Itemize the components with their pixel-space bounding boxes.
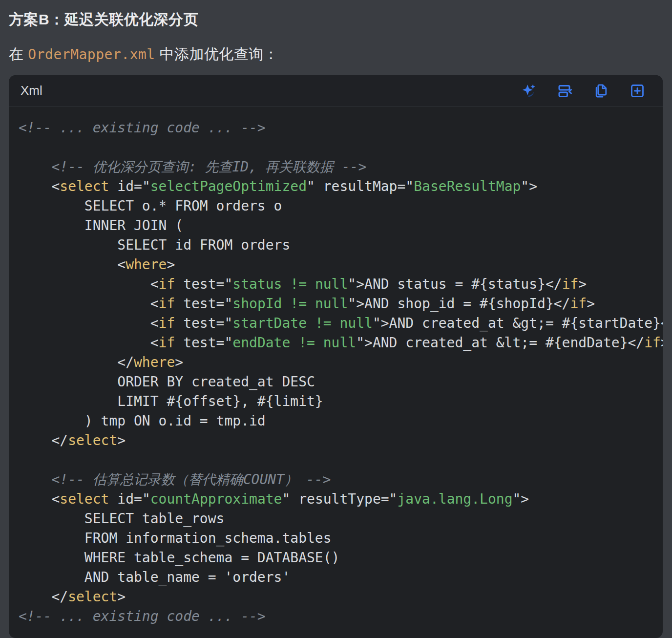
code-line: <if test="status != null">AND status = #… (19, 275, 663, 294)
code-line: ORDER BY created_at DESC (19, 372, 663, 392)
copy-code-icon (593, 83, 609, 99)
code-line: SELECT table_rows (19, 509, 663, 529)
code-line: <!-- ... existing code ... --> (19, 118, 663, 138)
plus-square-icon (630, 83, 645, 99)
code-line: SELECT id FROM orders (19, 235, 663, 255)
code-toolbar (521, 83, 645, 99)
code-line: </select> (19, 431, 663, 450)
add-to-file-button[interactable] (630, 83, 645, 99)
code-line: <!-- 估算总记录数（替代精确COUNT） --> (19, 470, 663, 489)
inline-code-filename: OrderMapper.xml (28, 46, 155, 63)
collapse-code-button[interactable] (557, 83, 573, 99)
code-line: <select id="selectPageOptimized" resultM… (19, 177, 663, 196)
copy-code-button[interactable] (593, 83, 609, 99)
code-content[interactable]: <!-- ... existing code ... --> <!-- 优化深分… (9, 106, 663, 638)
code-line: <where> (19, 255, 663, 275)
code-line: <select id="countApproximate" resultType… (19, 489, 663, 509)
code-line (19, 138, 663, 157)
code-line: <if test="shopId != null">AND shop_id = … (19, 294, 663, 314)
code-line: </where> (19, 353, 663, 372)
code-line: INNER JOIN ( (19, 216, 663, 235)
code-line (19, 450, 663, 470)
intro-text: 在 OrderMapper.xml 中添加优化查询： (9, 44, 663, 64)
section-title: 方案B：延迟关联优化深分页 (9, 10, 663, 30)
code-line: WHERE table_schema = DATABASE() (19, 548, 663, 568)
code-line: <if test="endDate != null">AND created_a… (19, 333, 663, 353)
code-line: AND table_name = 'orders' (19, 568, 663, 587)
language-label: Xml (21, 83, 42, 98)
code-line: <!-- 优化深分页查询: 先查ID, 再关联数据 --> (19, 157, 663, 177)
code-line: ) tmp ON o.id = tmp.id (19, 411, 663, 431)
code-block: Xml (9, 75, 663, 638)
code-line: <if test="startDate != null">AND created… (19, 314, 663, 333)
page: 方案B：延迟关联优化深分页 在 OrderMapper.xml 中添加优化查询：… (0, 0, 672, 638)
code-line: LIMIT #{offset}, #{limit} (19, 392, 663, 411)
ai-sparkle-icon (521, 83, 537, 99)
code-line: <!-- ... existing code ... --> (19, 607, 663, 626)
intro-suffix: 中添加优化查询： (155, 46, 279, 62)
code-line: </select> (19, 587, 663, 607)
code-line: FROM information_schema.tables (19, 529, 663, 548)
code-line: SELECT o.* FROM orders o (19, 196, 663, 216)
code-block-header: Xml (9, 75, 663, 106)
intro-prefix: 在 (9, 46, 28, 62)
ai-sparkle-button[interactable] (521, 83, 537, 99)
collapse-code-icon (557, 83, 573, 99)
